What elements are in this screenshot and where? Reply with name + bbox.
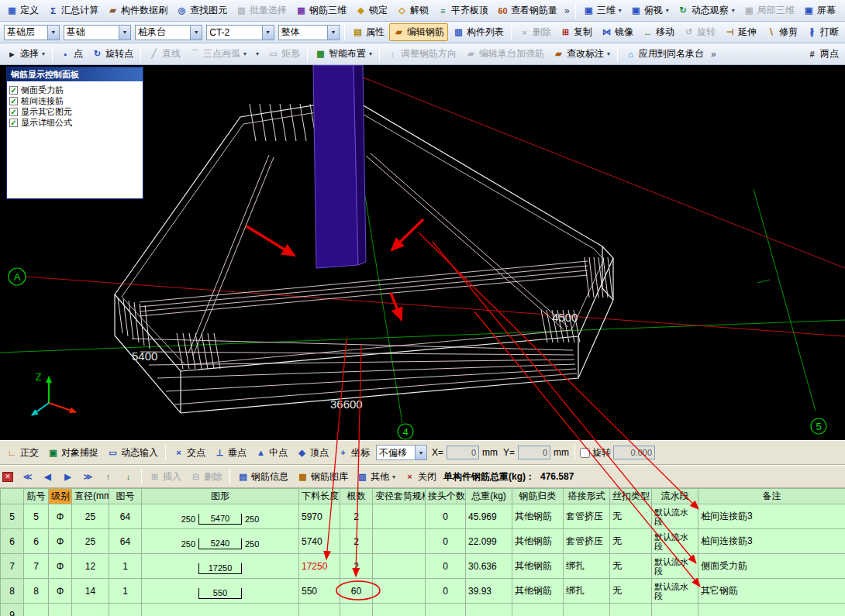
col-header-2[interactable]: 直径(mm)	[72, 489, 109, 504]
col-header-8[interactable]: 接头个数	[426, 489, 466, 504]
cell-length[interactable]	[299, 604, 340, 616]
cell-level[interactable]: Φ	[49, 504, 72, 529]
cell-flow[interactable]: 默认流水段	[652, 529, 698, 554]
cell-thread[interactable]: 无	[610, 554, 652, 579]
nav-first-button[interactable]: ≪	[18, 470, 37, 484]
cell-joints[interactable]: 0	[426, 554, 466, 579]
cell-lap[interactable]	[564, 604, 610, 616]
cell-jh[interactable]: 5	[24, 504, 49, 529]
cell-jh[interactable]: 8	[24, 579, 49, 604]
cell-joints[interactable]: 0	[426, 504, 466, 529]
rebar-gallery-button[interactable]: ▦钢筋图库	[293, 468, 352, 486]
cell-shape[interactable]: 550	[142, 579, 299, 604]
cell-flow[interactable]: 默认流水段	[652, 579, 698, 604]
cell-weight[interactable]: 30.636	[466, 554, 512, 579]
panel-title[interactable]: 钢筋显示控制面板	[7, 67, 143, 81]
cell-note[interactable]: 其它钢筋	[698, 579, 845, 604]
cell-weight[interactable]: 39.93	[466, 579, 512, 604]
cell-tuhao[interactable]	[109, 604, 142, 616]
cell-weight[interactable]	[466, 604, 512, 616]
checkbox-icon[interactable]: ✓	[9, 108, 18, 116]
cell-jh[interactable]: 6	[24, 529, 49, 554]
row-down-button[interactable]: ↓	[119, 470, 138, 484]
cell-dia[interactable]: 14	[72, 579, 109, 604]
col-header-9[interactable]: 总重(kg)	[466, 489, 512, 504]
view-rebar-quantity-button[interactable]: 60查看钢筋量	[493, 2, 561, 19]
cell-joints[interactable]: 0	[426, 529, 466, 554]
two-points-button[interactable]: #两点	[802, 45, 843, 63]
cell-sleeve[interactable]	[373, 604, 426, 616]
others-button[interactable]: ▥其他▾	[353, 468, 399, 486]
rebar-info-button[interactable]: ▤钢筋信息	[233, 468, 292, 486]
y-input[interactable]	[518, 446, 550, 459]
cell-lap[interactable]: 绑扎	[564, 579, 610, 604]
offset-mode-combo[interactable]: 不偏移▼	[376, 445, 427, 460]
layer-combo[interactable]: 基础层▼	[4, 25, 60, 40]
cell-jh[interactable]	[24, 604, 49, 616]
component-list-button[interactable]: ▥构件列表	[449, 23, 508, 41]
cell-note[interactable]: 桩间连接筋3	[698, 529, 845, 554]
component-data-brush-button[interactable]: ▰构件数据刷	[103, 2, 171, 19]
cell-joints[interactable]: 0	[426, 579, 466, 604]
cell-length[interactable]: 17250	[299, 554, 340, 579]
component-type-combo[interactable]: 桩承台▼	[135, 25, 202, 40]
cell-lap[interactable]: 绑扎	[564, 554, 610, 579]
cell-dia[interactable]: 25	[72, 504, 109, 529]
view-top-button[interactable]: ▣俯视▾	[626, 2, 673, 19]
x-input[interactable]	[447, 446, 479, 459]
cell-count[interactable]: 2	[340, 554, 373, 579]
perpendicular-snap-button[interactable]: ⊥垂点	[210, 444, 250, 462]
cell-count[interactable]: 60	[340, 579, 373, 604]
category-combo[interactable]: 基础▼	[64, 25, 131, 40]
align-slab-top-button[interactable]: ≡平齐板顶	[433, 2, 492, 19]
cell-dia[interactable]	[72, 604, 109, 616]
row-selector[interactable]: 8	[1, 579, 24, 604]
summary-calc-button[interactable]: Σ汇总计算	[43, 2, 102, 19]
object-snap-button[interactable]: ▣对象捕捉	[43, 444, 102, 462]
mirror-button[interactable]: ⋈镜像	[597, 23, 637, 41]
cell-level[interactable]: Φ	[49, 579, 72, 604]
col-header-7[interactable]: 变径套筒规格	[373, 489, 426, 504]
cell-weight[interactable]: 22.099	[466, 529, 512, 554]
panel-checkbox-0[interactable]: ✓侧面受力筋	[9, 84, 140, 95]
cell-category[interactable]	[512, 604, 564, 616]
checkbox-icon[interactable]: ✓	[9, 97, 18, 105]
cell-tuhao[interactable]: 64	[109, 504, 142, 529]
cell-category[interactable]: 其他钢筋	[512, 579, 564, 604]
cell-category[interactable]: 其他钢筋	[512, 529, 564, 554]
modify-annotation-button[interactable]: ▰查改标注▾	[549, 45, 614, 63]
panel-checkbox-3[interactable]: ✓显示详细公式	[9, 117, 140, 128]
cell-flow[interactable]	[652, 604, 698, 616]
cell-flow[interactable]: 默认流水段	[652, 554, 698, 579]
row-selector[interactable]: 7	[1, 554, 24, 579]
view-3d-button[interactable]: ▣三维▾	[579, 2, 626, 19]
cell-sleeve[interactable]	[373, 504, 426, 529]
coordinate-snap-button[interactable]: +坐标	[333, 444, 374, 462]
cell-count[interactable]	[340, 604, 373, 616]
col-header-14[interactable]: 备注	[698, 489, 845, 504]
cell-joints[interactable]	[426, 604, 466, 616]
cell-category[interactable]: 其他钢筋	[512, 554, 564, 579]
cell-shape[interactable]: 17250	[142, 554, 299, 579]
component-name-combo[interactable]: CT-2▼	[206, 25, 274, 40]
cell-note[interactable]: 侧面受力筋	[698, 554, 845, 579]
cell-level[interactable]: Φ	[49, 529, 72, 554]
col-header-13[interactable]: 流水段	[652, 489, 698, 504]
unlock-button[interactable]: ◇解锁	[392, 2, 433, 19]
cell-level[interactable]	[49, 604, 72, 616]
rotate-angle-input[interactable]	[613, 446, 655, 459]
move-button[interactable]: ↔移动	[638, 23, 678, 41]
cell-level[interactable]: Φ	[49, 554, 72, 579]
scope-combo[interactable]: 整体▼	[278, 25, 340, 40]
properties-button[interactable]: ▤属性	[348, 23, 388, 41]
cell-shape[interactable]	[142, 604, 299, 616]
cell-lap[interactable]: 套管挤压	[564, 504, 610, 529]
nav-next-button[interactable]: ▶	[58, 470, 78, 484]
rebar-3d-button[interactable]: ▦钢筋三维	[291, 2, 350, 19]
nav-last-button[interactable]: ≫	[78, 470, 98, 484]
rotate-toggle-checkbox[interactable]	[580, 448, 590, 458]
cell-thread[interactable]: 无	[610, 504, 652, 529]
row-up-button[interactable]: ↑	[98, 470, 118, 484]
panel-checkbox-1[interactable]: ✓桩间连接筋	[9, 95, 140, 106]
smart-layout-button[interactable]: ▦智能布置▾	[311, 45, 376, 63]
